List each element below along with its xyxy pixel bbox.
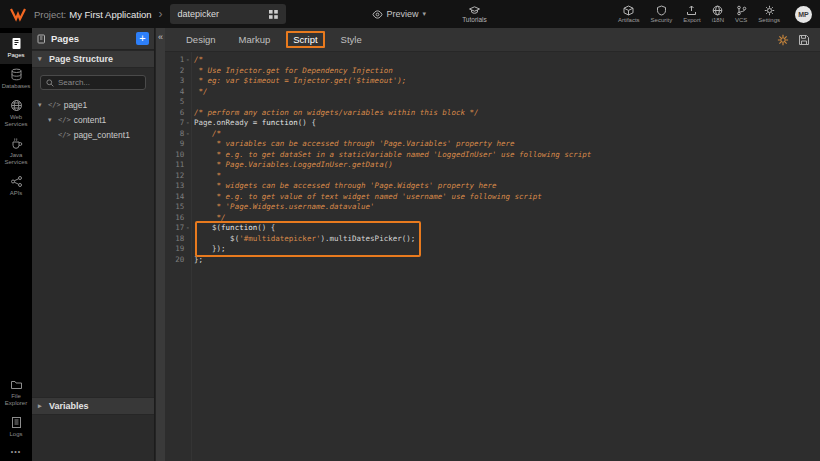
- sidebar-item-databases[interactable]: Databases: [0, 64, 32, 95]
- code-line-1[interactable]: /*: [194, 55, 820, 66]
- sidebar-item-java-services[interactable]: Java Services: [0, 133, 32, 171]
- project-label: Project:: [34, 9, 66, 20]
- security-button[interactable]: Security: [651, 5, 673, 23]
- code-widget-icon: </>: [58, 131, 71, 139]
- vcs-branch-icon: [736, 5, 747, 16]
- search-input[interactable]: [58, 78, 140, 87]
- code-line-15[interactable]: * 'Page.Widgets.username.datavalue': [194, 202, 820, 213]
- editor-area: Design Markup Script Style 1-234567-8-91…: [165, 28, 820, 461]
- code-line-19[interactable]: });: [194, 244, 820, 255]
- code-widget-icon: </>: [48, 101, 61, 109]
- page-tab-datepicker[interactable]: datepicker: [170, 4, 286, 24]
- export-button[interactable]: Export: [683, 5, 700, 23]
- tab-script[interactable]: Script: [286, 31, 324, 48]
- more-options-button[interactable]: •••: [11, 443, 21, 461]
- artifacts-button[interactable]: Artifacts: [618, 5, 640, 23]
- sidebar-item-pages[interactable]: Pages: [0, 33, 32, 64]
- security-shield-icon: [656, 5, 667, 16]
- code-line-10[interactable]: * e.g. to get dataSet in a staticVariabl…: [194, 150, 820, 161]
- tree-item-page1[interactable]: ▾ </> page1: [32, 97, 154, 112]
- save-icon[interactable]: [798, 34, 810, 46]
- tutorials-button[interactable]: Tutorials: [462, 6, 487, 23]
- code-line-3[interactable]: * eg: var $timeout = Injector.get('$time…: [194, 76, 820, 87]
- code-line-13[interactable]: * widgets can be accessed through 'Page.…: [194, 181, 820, 192]
- editor-settings-gear-icon[interactable]: [777, 34, 789, 46]
- user-avatar[interactable]: MP: [795, 6, 812, 23]
- code-line-14[interactable]: * e.g. to get value of text widget named…: [194, 192, 820, 203]
- panel-collapse-strip[interactable]: «: [155, 28, 165, 461]
- java-services-cup-icon: [10, 137, 23, 150]
- panel-title: Pages: [51, 33, 132, 44]
- code-lines[interactable]: /* * Use Injector.get for Dependency Inj…: [194, 55, 820, 265]
- settings-gear-icon: [764, 5, 775, 16]
- sidebar-item-web-services[interactable]: Web Services: [0, 95, 32, 133]
- editor-tabbar: Design Markup Script Style: [165, 28, 820, 52]
- variables-header[interactable]: ▸ Variables: [32, 397, 154, 415]
- line-number-gutter: 1-234567-8-91011121314151617-181920: [165, 52, 192, 461]
- code-line-7[interactable]: Page.onReady = function() {: [194, 118, 820, 129]
- chevron-down-icon[interactable]: ▾: [38, 101, 45, 109]
- chevron-down-icon[interactable]: ▾: [48, 116, 55, 124]
- search-box[interactable]: [40, 75, 146, 90]
- preview-label: Preview: [387, 9, 419, 19]
- i18n-button[interactable]: i18N: [712, 5, 724, 23]
- i18n-label: i18N: [712, 17, 724, 23]
- code-line-17[interactable]: $(function() {: [194, 223, 820, 234]
- code-line-2[interactable]: * Use Injector.get for Dependency Inject…: [194, 66, 820, 77]
- script-editor[interactable]: 1-234567-8-91011121314151617-181920 /* *…: [165, 52, 820, 461]
- collapse-panel-icon[interactable]: «: [158, 28, 163, 46]
- rail-label: Logs: [9, 431, 22, 438]
- web-services-globe-icon: [10, 99, 23, 112]
- tab-markup[interactable]: Markup: [232, 32, 278, 47]
- tree-item-label: page_content1: [74, 130, 130, 140]
- i18n-globe-icon: [712, 5, 723, 16]
- pages-grid-icon[interactable]: [269, 10, 278, 19]
- code-line-9[interactable]: * variables can be accessed through 'Pag…: [194, 139, 820, 150]
- code-line-8[interactable]: /*: [194, 129, 820, 140]
- rail-label: Databases: [2, 83, 31, 90]
- code-line-11[interactable]: * Page.Variables.LoggedInUser.getData(): [194, 160, 820, 171]
- tree-item-content1[interactable]: ▾ </> content1: [32, 112, 154, 127]
- pages-icon: [10, 37, 23, 50]
- code-line-5[interactable]: [194, 97, 820, 108]
- page-structure-header[interactable]: ▾ Page Structure: [32, 50, 154, 68]
- code-line-16[interactable]: */: [194, 213, 820, 224]
- code-line-12[interactable]: *: [194, 171, 820, 182]
- rail-label: APIs: [10, 190, 23, 197]
- chevron-down-icon: ▾: [423, 10, 427, 18]
- add-page-button[interactable]: +: [136, 32, 149, 45]
- code-line-4[interactable]: */: [194, 87, 820, 98]
- breadcrumb-chevron-icon: ›: [159, 7, 163, 21]
- sidebar-item-file-explorer[interactable]: File Explorer: [0, 374, 32, 412]
- sidebar-item-logs[interactable]: Logs: [0, 412, 32, 443]
- workspace: Pages Databases Web Services Java Servic…: [0, 28, 820, 461]
- sidebar-item-apis[interactable]: APIs: [0, 171, 32, 202]
- code-line-6[interactable]: /* perform any action on widgets/variabl…: [194, 108, 820, 119]
- page-structure-tree: ▾ </> page1 ▾ </> content1 </> page_cont…: [32, 95, 154, 144]
- wavemaker-logo[interactable]: [8, 4, 28, 24]
- pages-panel-header: Pages +: [32, 28, 154, 50]
- tab-design[interactable]: Design: [179, 32, 223, 47]
- security-label: Security: [651, 17, 673, 23]
- left-rail: Pages Databases Web Services Java Servic…: [0, 28, 32, 461]
- vcs-label: VCS: [735, 17, 747, 23]
- project-name: My First Application: [69, 9, 151, 20]
- tree-item-page-content1[interactable]: </> page_content1: [32, 127, 154, 142]
- preview-button[interactable]: Preview ▾: [372, 9, 427, 20]
- settings-button[interactable]: Settings: [758, 5, 780, 23]
- code-line-20[interactable]: };: [194, 255, 820, 266]
- tree-item-label: content1: [74, 115, 107, 125]
- preview-eye-icon: [372, 9, 383, 20]
- code-line-18[interactable]: $('#multidatepicker').multiDatesPicker()…: [194, 234, 820, 245]
- tab-style[interactable]: Style: [334, 32, 369, 47]
- databases-icon: [10, 68, 23, 81]
- file-explorer-folder-icon: [10, 378, 23, 391]
- variables-title: Variables: [49, 401, 89, 411]
- tutorials-label: Tutorials: [462, 16, 487, 23]
- tree-item-label: page1: [64, 100, 88, 110]
- page-structure-title: Page Structure: [49, 54, 113, 64]
- rail-label: Pages: [7, 52, 24, 59]
- export-label: Export: [683, 17, 700, 23]
- logs-icon: [10, 416, 23, 429]
- vcs-button[interactable]: VCS: [735, 5, 747, 23]
